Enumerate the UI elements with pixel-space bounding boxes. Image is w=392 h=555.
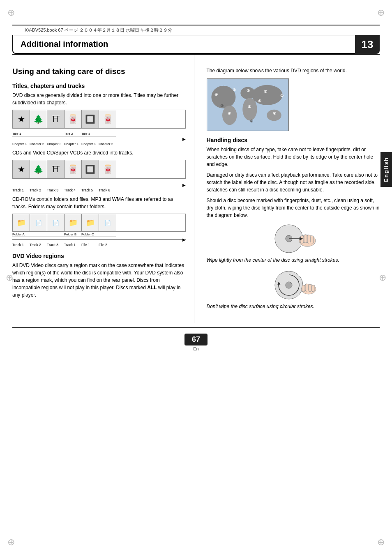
disc-icon-4: 🀄 xyxy=(65,110,82,128)
cleaning-diagram-1 xyxy=(207,222,380,255)
reg-mark-br: ⊕ xyxy=(377,537,385,548)
folder-label-bottom-3: Track 3 xyxy=(47,243,64,247)
svg-rect-24 xyxy=(311,236,314,243)
header-number: 13 xyxy=(355,35,380,54)
track-label-3: Track 3 xyxy=(47,188,64,192)
svg-text:⑥: ⑥ xyxy=(258,99,261,103)
svg-text:①: ① xyxy=(280,94,283,98)
disc-icon-6: 🀄 xyxy=(99,110,116,128)
subsection1-para2: CDs and Video CD/Super VCDs are divided … xyxy=(12,149,186,157)
handling-para3: Should a disc become marked with fingerp… xyxy=(207,197,380,219)
folder-label-bottom-2: Track 2 xyxy=(30,243,47,247)
subsection1-title: Titles, chapters and tracks xyxy=(12,83,186,89)
track-label-4: Track 4 xyxy=(64,188,81,192)
svg-rect-31 xyxy=(305,284,308,291)
folder-icon-5: 📁 xyxy=(82,214,99,231)
reg-mark-tr: ⊕ xyxy=(377,7,385,18)
folder-label-bottom-5: File 1 xyxy=(81,243,99,247)
svg-text:④: ④ xyxy=(227,111,231,115)
svg-rect-30 xyxy=(302,285,305,292)
folder-icon-3: 📄 xyxy=(47,214,65,231)
track-diagram: ★ 🌲 ⛩ 🀄 🔲 🀄 ▶ Track 1 Track 2 Track 3 Tr… xyxy=(12,160,186,192)
folder-label-bottom-6: File 2 xyxy=(99,243,116,247)
folder-label-top-1: Folder A xyxy=(12,233,30,236)
svg-rect-32 xyxy=(309,284,311,292)
disc-icon-1: ★ xyxy=(13,110,30,128)
svg-rect-33 xyxy=(312,285,315,292)
folder-label-top-5: Folder C xyxy=(81,233,99,236)
chapter-label-6: Chapter 2 xyxy=(99,142,116,146)
cleaning-caption-2: Don't wipe the disc surface using circul… xyxy=(207,303,380,310)
svg-rect-23 xyxy=(307,235,310,243)
folder-diagram: 📁 📄 📄 📁 📁 📄 Folder A Folder B Folder C ▶ xyxy=(12,214,186,247)
track-label-5: Track 5 xyxy=(81,188,99,192)
folder-icon-1: 📁 xyxy=(13,214,30,231)
header: Additional information 13 xyxy=(12,35,380,55)
track-label-1: Track 1 xyxy=(12,188,30,192)
track-icon-4: 🀄 xyxy=(65,160,82,178)
subsection2-title: DVD Video regions xyxy=(12,253,186,259)
chapter-label-1: Chapter 1 xyxy=(12,142,30,146)
title-label-3: Title 3 xyxy=(81,132,99,136)
folder-icon-4: 📁 xyxy=(65,214,82,231)
chapter-label-4: Chapter 1 xyxy=(64,142,81,146)
track-label-6: Track 6 xyxy=(99,188,116,192)
svg-point-5 xyxy=(251,85,282,105)
subsection2-para1: All DVD Video discs carry a region mark … xyxy=(12,262,186,299)
handling-para2: Damaged or dirty discs can affect playba… xyxy=(207,171,380,193)
svg-point-4 xyxy=(242,98,257,120)
folder-label-top-4: Folder B xyxy=(64,233,81,236)
svg-text:⑤: ⑤ xyxy=(248,105,251,109)
track-label-2: Track 2 xyxy=(30,188,47,192)
section-title: Using and taking care of discs xyxy=(12,67,186,76)
track-icon-5: 🔲 xyxy=(82,160,99,178)
subsection1-para1: DVD discs are generally divided into one… xyxy=(12,92,186,106)
page-number: 67 xyxy=(184,334,208,345)
page-en: En xyxy=(193,346,198,351)
cleaning-diagram-2 xyxy=(207,269,380,302)
metadata-bar: XV-DV525.book 67 ページ ２００４年２月１８日 水曜日 午後２時… xyxy=(12,25,380,35)
handling-title: Handling discs xyxy=(207,137,380,143)
right-column: The diagram below shows the various DVD … xyxy=(203,55,380,323)
track-icon-6: 🀄 xyxy=(99,160,116,178)
svg-text:①: ① xyxy=(232,88,235,92)
folder-label-bottom-4: Track 1 xyxy=(64,243,81,247)
map-caption: The diagram below shows the various DVD … xyxy=(207,67,380,74)
svg-text:②: ② xyxy=(249,119,253,123)
subsection1-para3: CD-ROMs contain folders and files. MP3 a… xyxy=(12,196,186,210)
track-icon-3: ⛩ xyxy=(47,160,65,178)
disc-icon-2: 🌲 xyxy=(30,110,47,128)
chapter-label-2: Chapter 2 xyxy=(30,142,47,146)
svg-text:②: ② xyxy=(247,89,250,93)
title-chapter-diagram: ★ 🌲 ⛩ 🀄 🔲 🀄 Title 1 Title 2 Title 3 ▶ xyxy=(12,110,186,146)
reg-mark-mr: ⊕ xyxy=(379,272,386,283)
main-content: Using and taking care of discs Titles, c… xyxy=(12,55,380,323)
title-label-2: Title 2 xyxy=(64,132,81,136)
chapter-label-3: Chapter 3 xyxy=(47,142,64,146)
track-icon-1: ★ xyxy=(13,160,30,178)
folder-icon-6: 📄 xyxy=(99,214,116,231)
title-label-1: Title 1 xyxy=(12,132,30,136)
svg-rect-22 xyxy=(304,235,307,243)
cleaning-caption-1: Wipe lightly from the center of the disc… xyxy=(207,257,380,264)
language-tab: English xyxy=(380,152,392,187)
track-icon-2: 🌲 xyxy=(30,160,47,178)
header-title: Additional information xyxy=(12,35,355,54)
footer: 67 En xyxy=(12,327,380,351)
svg-point-27 xyxy=(286,282,292,288)
disc-icon-5: 🔲 xyxy=(82,110,99,128)
left-column: Using and taking care of discs Titles, c… xyxy=(12,55,194,323)
reg-mark-tl: ⊕ xyxy=(7,7,15,18)
metadata-text: XV-DV525.book 67 ページ ２００４年２月１８日 水曜日 午後２時… xyxy=(25,28,172,32)
handling-para1: When holding discs of any type, take car… xyxy=(207,146,380,168)
folder-label-bottom-1: Track 1 xyxy=(12,243,30,247)
svg-text:②: ② xyxy=(220,104,224,108)
svg-text:④: ④ xyxy=(214,92,218,97)
disc-icon-3: ⛩ xyxy=(47,110,65,128)
chapter-label-5: Chapter 1 xyxy=(81,142,99,146)
reg-mark-bl: ⊕ xyxy=(7,537,15,548)
svg-rect-21 xyxy=(300,236,304,243)
svg-text:④: ④ xyxy=(273,111,276,115)
svg-text:③: ③ xyxy=(264,90,267,94)
folder-icon-2: 📄 xyxy=(30,214,47,231)
